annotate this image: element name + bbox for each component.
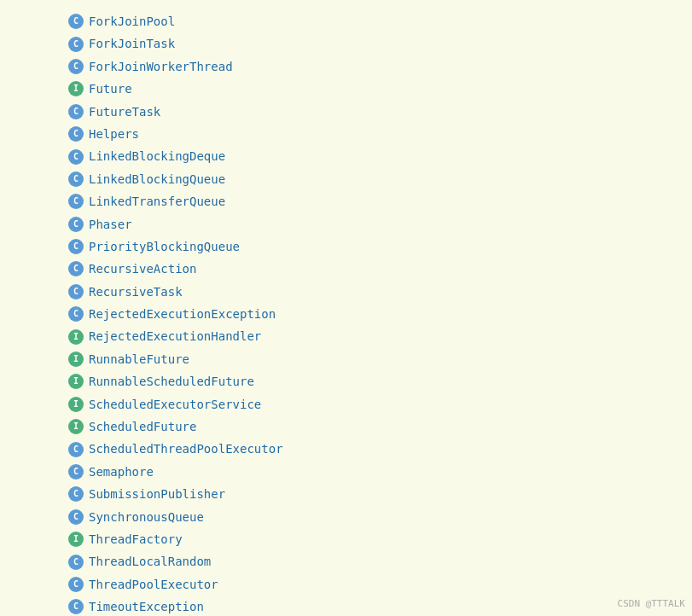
type-icon: I [68,329,84,345]
item-label: RunnableScheduledFuture [89,372,254,391]
item-label: Phaser [89,215,132,234]
type-icon: I [68,374,84,389]
type-icon: C [68,261,84,276]
type-icon: C [68,14,84,29]
type-icon: I [68,352,84,367]
list-item[interactable]: CRecursiveAction [0,258,692,280]
list-item[interactable]: CLinkedBlockingQueue [0,168,692,190]
item-label: LinkedBlockingDeque [89,147,225,166]
list-item[interactable]: IFuture [0,78,692,100]
type-icon: C [68,149,84,165]
item-label: ThreadLocalRandom [89,552,211,571]
type-icon: C [68,37,84,52]
type-icon: C [68,555,84,570]
item-label: ForkJoinPool [89,12,175,31]
type-icon: C [68,194,84,209]
watermark: CSDN @TTTALK [618,598,685,609]
item-label: ThreadFactory [89,530,183,549]
list-item[interactable]: CHelpers [0,123,692,145]
item-label: ScheduledThreadPoolExecutor [89,439,283,458]
list-item[interactable]: IRunnableScheduledFuture [0,370,692,392]
list-item[interactable]: CForkJoinPool [0,10,692,32]
type-icon: C [68,217,84,232]
item-label: RejectedExecutionHandler [89,327,261,346]
type-icon: C [68,239,84,254]
list-item[interactable]: CPhaser [0,213,692,235]
list-item[interactable]: CTimeoutException [0,596,692,616]
type-icon: C [68,464,84,479]
item-label: RecursiveAction [89,259,196,278]
list-item[interactable]: CPriorityBlockingQueue [0,235,692,258]
list-item[interactable]: CFutureTask [0,101,692,123]
item-label: SubmissionPublisher [89,485,225,503]
list-item[interactable]: IRejectedExecutionHandler [0,325,692,347]
list-item[interactable]: CRecursiveTask [0,281,692,303]
type-icon: C [68,486,84,502]
list-item[interactable]: CForkJoinWorkerThread [0,55,692,78]
type-icon: C [68,59,84,74]
list-item[interactable]: CForkJoinTask [0,32,692,55]
class-list: CForkJoinPoolCForkJoinTaskCForkJoinWorke… [0,7,692,616]
item-label: ThreadPoolExecutor [89,575,218,594]
item-label: TimeoutException [89,597,204,616]
item-label: LinkedBlockingQueue [89,170,225,189]
item-label: Semaphore [89,462,154,481]
item-label: ScheduledExecutorService [89,395,261,414]
item-label: ForkJoinTask [89,34,175,53]
list-item[interactable]: CRejectedExecutionException [0,303,692,325]
item-label: Helpers [89,125,139,143]
item-label: RejectedExecutionException [89,305,276,323]
item-label: ForkJoinWorkerThread [89,57,233,76]
list-item[interactable]: IScheduledFuture [0,416,692,438]
type-icon: I [68,81,84,96]
type-icon: C [68,577,84,592]
list-item[interactable]: CThreadLocalRandom [0,550,692,572]
item-label: Future [89,79,132,98]
item-label: RecursiveTask [89,282,183,301]
item-label: ScheduledFuture [89,417,196,436]
item-label: RunnableFuture [89,350,189,369]
list-item[interactable]: IThreadFactory [0,528,692,550]
list-item[interactable]: CLinkedBlockingDeque [0,145,692,167]
type-icon: C [68,509,84,525]
type-icon: C [68,171,84,187]
item-label: LinkedTransferQueue [89,192,225,211]
type-icon: C [68,104,84,119]
list-item[interactable]: CThreadPoolExecutor [0,573,692,596]
type-icon: C [68,599,84,614]
list-item[interactable]: CLinkedTransferQueue [0,190,692,212]
item-label: SynchronousQueue [89,508,204,526]
type-icon: I [68,419,84,434]
type-icon: C [68,306,84,322]
list-item[interactable]: CScheduledThreadPoolExecutor [0,438,692,460]
list-item[interactable]: CSemaphore [0,461,692,483]
type-icon: C [68,126,84,142]
item-label: FutureTask [89,102,160,121]
list-item[interactable]: IRunnableFuture [0,348,692,370]
type-icon: C [68,284,84,299]
item-label: PriorityBlockingQueue [89,237,240,256]
list-item[interactable]: CSubmissionPublisher [0,483,692,505]
type-icon: I [68,532,84,547]
type-icon: I [68,397,84,412]
list-item[interactable]: CSynchronousQueue [0,506,692,528]
list-item[interactable]: IScheduledExecutorService [0,393,692,416]
type-icon: C [68,442,84,457]
